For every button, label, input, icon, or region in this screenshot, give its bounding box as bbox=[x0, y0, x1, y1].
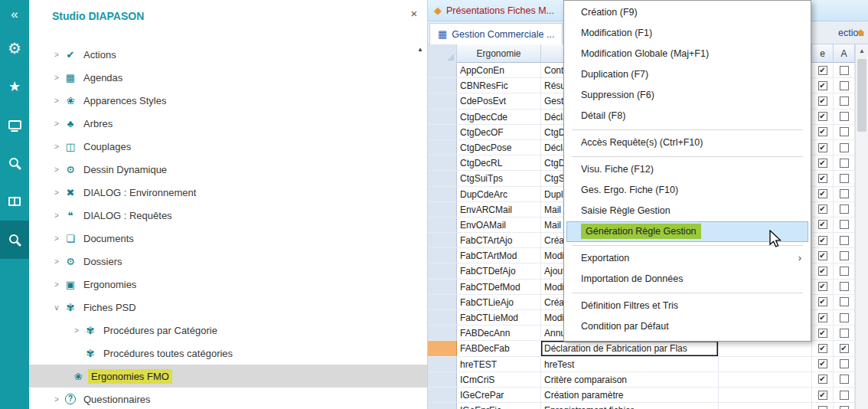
checkbox-a[interactable] bbox=[840, 220, 849, 229]
next-tab-icon[interactable]: ◆ bbox=[857, 27, 864, 38]
expander-icon[interactable]: > bbox=[51, 234, 63, 243]
checkbox-a[interactable] bbox=[840, 66, 849, 75]
expander-icon[interactable]: > bbox=[51, 395, 63, 404]
checkbox-a[interactable] bbox=[840, 174, 849, 183]
menu-item-importation-de-donn-es[interactable]: Importation de Données bbox=[564, 269, 811, 290]
menu-item-saisie-r-gle-gestion[interactable]: Saisie Règle Gestion bbox=[564, 201, 811, 221]
checkbox-a[interactable] bbox=[840, 189, 849, 198]
expander-icon[interactable]: > bbox=[51, 280, 63, 289]
menu-item-d-finition-filtres-et-tris[interactable]: Définition Filtres et Tris bbox=[564, 296, 811, 316]
menu-item-modification-f1[interactable]: Modification (F1) bbox=[564, 23, 811, 44]
checkbox-e[interactable]: ✔ bbox=[818, 66, 827, 75]
checkbox-e[interactable]: ✔ bbox=[818, 267, 827, 276]
checkbox-a[interactable] bbox=[840, 204, 849, 214]
table-row-igecrepar[interactable]: IGeCreParCréation paramètre✔ bbox=[428, 388, 855, 403]
checkbox-a[interactable] bbox=[840, 375, 849, 384]
select-all-corner[interactable] bbox=[428, 44, 457, 63]
checkbox-e[interactable]: ✔ bbox=[818, 127, 827, 136]
scroll-up-arrow-icon[interactable]: ▲ bbox=[856, 44, 868, 57]
checkbox-e[interactable]: ✔ bbox=[818, 204, 827, 214]
split-view-icon[interactable] bbox=[0, 182, 29, 221]
checkbox-e[interactable]: ✔ bbox=[818, 297, 827, 306]
menu-item-ges-ergo-fiche-f10[interactable]: Ges. Ergo. Fiche (F10) bbox=[564, 180, 811, 201]
menu-item-acc-s-requ-te-s-ctrl-f10[interactable]: Accès Requête(s) (Ctrl+F10) bbox=[564, 133, 811, 153]
scrollbar-thumb[interactable] bbox=[857, 59, 866, 132]
tree-item-proc-dures-toutes-cat-gories[interactable]: ✾Procédures toutes catégories bbox=[29, 342, 427, 365]
tree-item-documents[interactable]: >❏Documents bbox=[29, 227, 427, 250]
tree-item-dessin-dynamique[interactable]: >⚙Dessin Dynamique bbox=[29, 158, 427, 181]
checkbox-e[interactable]: ✔ bbox=[818, 220, 827, 229]
expander-icon[interactable]: > bbox=[51, 142, 63, 151]
table-row-igeenrfic[interactable]: IGeEnrFicEnregistrement fichier bbox=[428, 403, 855, 409]
tree-item-apparences-styles[interactable]: >❀Apparences Styles bbox=[29, 89, 427, 112]
menu-item-cr-ation-f9[interactable]: Création (F9) bbox=[564, 2, 811, 23]
checkbox-e[interactable]: ✔ bbox=[818, 251, 827, 260]
tree-item-agendas[interactable]: >▦Agendas bbox=[29, 66, 427, 89]
checkbox-e[interactable]: ✔ bbox=[818, 112, 827, 121]
column-header-e[interactable]: e bbox=[812, 44, 834, 63]
checkbox-a[interactable] bbox=[840, 251, 849, 260]
tree-item-dialog-requ-tes[interactable]: >❝DIALOG : Requêtes bbox=[29, 204, 427, 227]
tab-gestion-commerciale[interactable]: ▦ Gestion Commerciale ... bbox=[429, 23, 563, 44]
table-row-fabdecfab[interactable]: FABDecFabDéclaration de Fabrication par … bbox=[428, 341, 855, 356]
checkbox-e[interactable]: ✔ bbox=[818, 159, 827, 168]
tree-item-actions[interactable]: >✔Actions bbox=[29, 43, 427, 66]
checkbox-a[interactable] bbox=[840, 313, 849, 322]
menu-item-visu-fiche-f12[interactable]: Visu. Fiche (F12) bbox=[564, 159, 811, 180]
checkbox-a[interactable] bbox=[840, 297, 849, 306]
checkbox-e[interactable]: ✔ bbox=[818, 329, 827, 338]
column-header-ergonomie[interactable]: Ergonomie bbox=[457, 44, 541, 63]
checkbox-a[interactable] bbox=[840, 97, 849, 106]
tree-item-ergonomies[interactable]: >▣Ergonomies bbox=[29, 273, 427, 296]
checkbox-e[interactable]: ✔ bbox=[818, 359, 827, 368]
tree-item-fiches-psd[interactable]: ∨✾Fiches PSD bbox=[29, 296, 427, 319]
checkbox-e[interactable]: ✔ bbox=[818, 282, 827, 291]
expander-icon[interactable]: > bbox=[51, 257, 63, 266]
checkbox-a[interactable] bbox=[840, 359, 849, 368]
menu-item-d-tail-f8[interactable]: Détail (F8) bbox=[564, 106, 811, 126]
checkbox-e[interactable]: ✔ bbox=[818, 236, 827, 245]
menu-item-exportation[interactable]: Exportation› bbox=[564, 248, 811, 269]
table-scrollbar[interactable]: ▲ bbox=[855, 44, 868, 409]
star-icon[interactable]: ★ bbox=[0, 67, 29, 106]
expander-icon[interactable]: > bbox=[51, 119, 63, 128]
table-row-icmcris[interactable]: ICmCriSCritère comparaison✔ bbox=[428, 372, 855, 388]
tree-item-couplages[interactable]: >◫Couplages bbox=[29, 135, 427, 158]
checkbox-a[interactable] bbox=[840, 406, 849, 409]
expander-icon[interactable]: ∨ bbox=[51, 303, 63, 312]
explorer-search-icon[interactable] bbox=[0, 221, 29, 259]
tree-item-proc-dures-par-cat-gorie[interactable]: >✾Procédures par Catégorie bbox=[29, 319, 427, 342]
expander-icon[interactable]: > bbox=[51, 211, 63, 220]
tree-item-ergonomies-fmo[interactable]: ❀Ergonomies FMO bbox=[29, 365, 427, 388]
checkbox-a[interactable] bbox=[840, 267, 849, 276]
checkbox-e[interactable]: ✔ bbox=[818, 189, 827, 198]
checkbox-a[interactable] bbox=[840, 391, 849, 400]
expander-icon[interactable]: > bbox=[51, 74, 63, 82]
tree-item-arbres[interactable]: >♣Arbres bbox=[29, 112, 427, 135]
checkbox-e[interactable] bbox=[818, 406, 827, 409]
menu-item-modification-globale-maj-f1[interactable]: Modification Globale (Maj+F1) bbox=[564, 44, 811, 64]
checkbox-a[interactable] bbox=[840, 329, 849, 338]
checkbox-a[interactable] bbox=[840, 143, 849, 152]
expander-icon[interactable]: > bbox=[51, 51, 63, 59]
checkbox-e[interactable]: ✔ bbox=[818, 344, 827, 353]
checkbox-a[interactable] bbox=[840, 159, 849, 168]
tree-item-dossiers[interactable]: >⚙Dossiers bbox=[29, 250, 427, 273]
checkbox-a[interactable] bbox=[840, 236, 849, 245]
checkbox-a[interactable] bbox=[840, 112, 849, 121]
checkbox-e[interactable]: ✔ bbox=[818, 174, 827, 183]
close-icon[interactable]: × bbox=[407, 7, 421, 21]
checkbox-e[interactable]: ✔ bbox=[818, 391, 827, 400]
search-icon[interactable] bbox=[0, 144, 29, 182]
column-header-a[interactable]: A bbox=[834, 44, 855, 63]
expander-icon[interactable]: > bbox=[51, 97, 63, 105]
expander-icon[interactable]: > bbox=[51, 165, 63, 174]
expander-icon[interactable]: > bbox=[51, 188, 63, 197]
menu-item-duplication-f7[interactable]: Duplication (F7) bbox=[564, 64, 811, 85]
checkbox-a[interactable]: ✔ bbox=[840, 344, 849, 353]
checkbox-e[interactable]: ✔ bbox=[818, 81, 827, 90]
checkbox-a[interactable] bbox=[840, 282, 849, 291]
checkbox-e[interactable]: ✔ bbox=[818, 143, 827, 152]
table-row-hretest[interactable]: hreTESThreTest✔ bbox=[428, 357, 855, 372]
checkbox-e[interactable]: ✔ bbox=[818, 313, 827, 322]
